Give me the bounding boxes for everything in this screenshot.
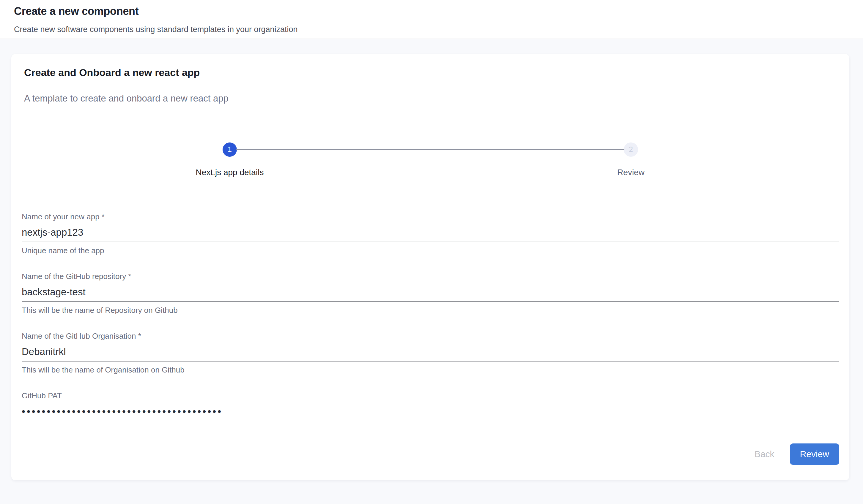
stepper: 1 Next.js app details 2 Review <box>11 142 849 178</box>
step-1-label: Next.js app details <box>196 167 264 178</box>
template-card: Create and Onboard a new react app A tem… <box>11 54 849 480</box>
app-name-helper: Unique name of the app <box>22 246 839 256</box>
stepper-connector-line <box>236 149 624 150</box>
github-pat-label: GitHub PAT <box>22 391 839 401</box>
github-org-label: Name of the GitHub Organisation * <box>22 331 839 341</box>
back-button[interactable]: Back <box>746 443 783 465</box>
content-area: Create and Onboard a new react app A tem… <box>0 39 863 504</box>
page-title: Create a new component <box>14 5 863 17</box>
app-name-input[interactable] <box>22 226 839 242</box>
github-org-helper: This will be the name of Organisation on… <box>22 365 839 375</box>
template-form: Name of your new app * Unique name of th… <box>11 212 849 421</box>
card-subtitle: A template to create and onboard a new r… <box>24 93 849 104</box>
page-subtitle: Create new software components using sta… <box>14 25 863 34</box>
github-repo-label: Name of the GitHub repository * <box>22 272 839 281</box>
review-button[interactable]: Review <box>790 443 839 465</box>
form-field-github-org: Name of the GitHub Organisation * This w… <box>22 331 839 375</box>
step-nextjs-app-details: 1 Next.js app details <box>29 142 430 178</box>
form-field-github-repo: Name of the GitHub repository * This wil… <box>22 272 839 315</box>
github-repo-helper: This will be the name of Repository on G… <box>22 306 839 315</box>
step-2-indicator: 2 <box>624 142 638 157</box>
github-repo-input[interactable] <box>22 286 839 302</box>
github-org-input[interactable] <box>22 346 839 362</box>
form-actions: Back Review <box>11 443 849 474</box>
app-name-label: Name of your new app * <box>22 212 839 222</box>
github-pat-input[interactable] <box>22 405 839 420</box>
page-header: Create a new component Create new softwa… <box>0 0 863 39</box>
form-field-app-name: Name of your new app * Unique name of th… <box>22 212 839 256</box>
card-title: Create and Onboard a new react app <box>24 66 849 79</box>
page: Create a new component Create new softwa… <box>0 0 863 504</box>
step-review: 2 Review <box>430 142 831 178</box>
form-field-github-pat: GitHub PAT <box>22 391 839 421</box>
step-1-indicator: 1 <box>223 142 237 157</box>
step-2-label: Review <box>617 167 645 178</box>
